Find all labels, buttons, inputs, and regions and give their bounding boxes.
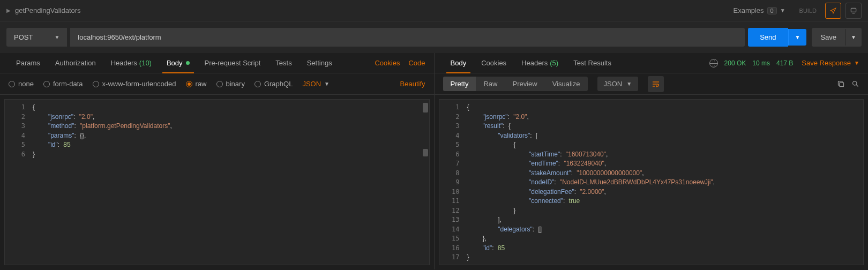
body-type-bar: none form-data x-www-form-urlencoded raw… xyxy=(0,73,434,95)
chevron-down-icon: ▼ xyxy=(324,81,330,87)
svg-point-2 xyxy=(853,81,857,86)
body-type-form-data[interactable]: form-data xyxy=(43,80,83,88)
beautify-link[interactable]: Beautify xyxy=(400,80,425,88)
svg-rect-0 xyxy=(851,8,856,12)
comments-button[interactable] xyxy=(825,3,841,19)
response-body-viewer[interactable]: 1234567891011121314151617 { "jsonrpc": "… xyxy=(439,99,864,265)
tab-response-body[interactable]: Body xyxy=(443,53,474,73)
top-bar: ▶ getPendingValidators Examples 0 ▼ BUIL… xyxy=(0,0,868,21)
status-size: 417 B xyxy=(776,59,793,67)
cookies-link[interactable]: Cookies xyxy=(375,59,400,67)
request-pane: Params Authorization Headers (10) Body P… xyxy=(0,53,435,269)
send-button[interactable]: Send xyxy=(748,28,788,47)
view-raw[interactable]: Raw xyxy=(476,77,505,91)
tab-settings[interactable]: Settings xyxy=(300,53,340,73)
chevron-down-icon: ▼ xyxy=(626,81,632,87)
search-response-icon[interactable] xyxy=(851,80,859,88)
tab-response-headers[interactable]: Headers (5) xyxy=(514,53,566,73)
unsaved-dot-icon xyxy=(186,61,190,65)
status-time: 10 ms xyxy=(752,59,770,67)
tab-prerequest[interactable]: Pre-request Script xyxy=(197,53,268,73)
body-type-xwww[interactable]: x-www-form-urlencoded xyxy=(93,80,176,88)
body-type-graphql[interactable]: GraphQL xyxy=(255,80,293,88)
url-input[interactable] xyxy=(70,28,745,47)
response-tabs: Body Cookies Headers (5) Test Results 20… xyxy=(435,53,869,73)
tab-headers-count: (10) xyxy=(139,59,152,67)
view-pretty[interactable]: Pretty xyxy=(443,77,476,91)
tab-headers[interactable]: Headers (10) xyxy=(103,53,159,73)
http-method-value: POST xyxy=(14,33,33,41)
breadcrumb[interactable]: ▶ getPendingValidators xyxy=(6,6,81,14)
copy-response-icon[interactable] xyxy=(837,80,845,88)
url-bar: POST ▼ Send ▼ Save ▼ xyxy=(0,21,868,53)
request-tabs: Params Authorization Headers (10) Body P… xyxy=(0,53,434,73)
body-type-none[interactable]: none xyxy=(9,80,34,88)
save-button-group: Save ▼ xyxy=(812,28,862,47)
http-method-select[interactable]: POST ▼ xyxy=(6,28,67,47)
response-pane: Body Cookies Headers (5) Test Results 20… xyxy=(435,53,869,269)
chevron-right-icon: ▶ xyxy=(6,8,11,13)
chevron-down-icon: ▼ xyxy=(54,34,59,40)
examples-label: Examples xyxy=(733,6,764,14)
view-visualize[interactable]: Visualize xyxy=(545,77,588,91)
svg-rect-1 xyxy=(840,82,844,87)
save-response-dropdown[interactable]: Save Response ▼ xyxy=(802,59,859,67)
tab-tests[interactable]: Tests xyxy=(268,53,299,73)
status-code: 200 OK xyxy=(724,59,746,67)
request-body-editor[interactable]: 123456 { "jsonrpc": "2.0", "method": "pl… xyxy=(4,99,430,265)
response-view-bar: Pretty Raw Preview Visualize JSON ▼ xyxy=(435,73,869,95)
tab-body-label: Body xyxy=(167,59,183,67)
save-dropdown[interactable]: ▼ xyxy=(845,29,862,46)
tab-response-cookies[interactable]: Cookies xyxy=(474,53,514,73)
send-dropdown[interactable]: ▼ xyxy=(788,29,807,46)
view-mode-pills: Pretty Raw Preview Visualize xyxy=(443,77,588,91)
code-link[interactable]: Code xyxy=(408,59,425,67)
tab-response-test-results[interactable]: Test Results xyxy=(566,53,619,73)
build-label: BUILD xyxy=(795,8,821,14)
chevron-down-icon: ▼ xyxy=(780,8,785,13)
tab-headers-label: Headers xyxy=(111,59,137,67)
examples-dropdown[interactable]: Examples 0 ▼ xyxy=(728,4,790,17)
wrap-lines-button[interactable] xyxy=(648,76,664,92)
content-type-select[interactable]: JSON ▼ xyxy=(302,80,330,88)
save-button[interactable]: Save xyxy=(812,28,845,47)
tab-body[interactable]: Body xyxy=(159,53,197,73)
body-type-raw[interactable]: raw xyxy=(186,80,207,88)
info-button[interactable] xyxy=(845,3,862,19)
globe-icon[interactable] xyxy=(709,59,718,68)
tab-params[interactable]: Params xyxy=(9,53,48,73)
examples-count: 0 xyxy=(767,7,777,14)
body-type-binary[interactable]: binary xyxy=(216,80,245,88)
view-preview[interactable]: Preview xyxy=(505,77,544,91)
request-name: getPendingValidators xyxy=(15,6,81,14)
send-button-group: Send ▼ xyxy=(748,28,806,47)
tab-authorization[interactable]: Authorization xyxy=(48,53,103,73)
chevron-down-icon: ▼ xyxy=(854,60,859,66)
response-format-select[interactable]: JSON ▼ xyxy=(597,77,639,91)
